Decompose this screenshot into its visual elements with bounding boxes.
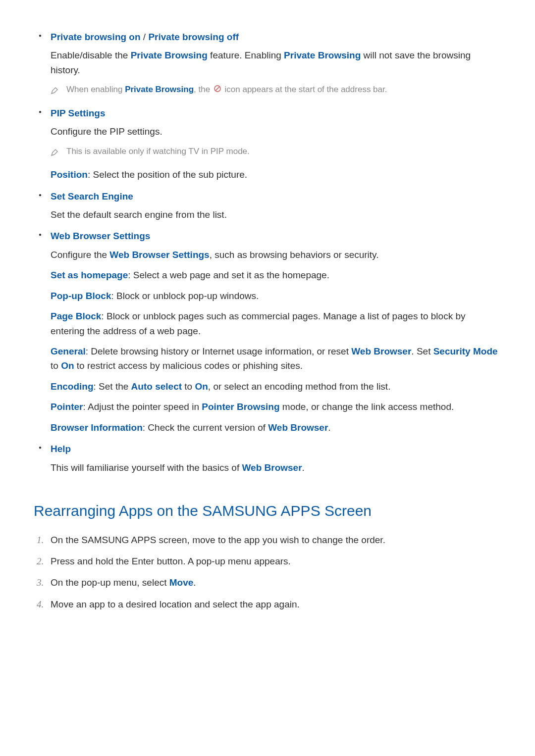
text: to — [51, 360, 61, 371]
label-page-block: Page Block — [51, 311, 101, 321]
term-move: Move — [169, 577, 194, 588]
pencil-icon — [51, 146, 59, 160]
note: When enabling Private Browsing, the icon… — [51, 83, 501, 99]
item-title: Help — [51, 442, 501, 456]
text: to restrict access by malicious codes or… — [74, 360, 303, 371]
label-popup-block: Pop-up Block — [51, 291, 111, 301]
label-set-as-homepage: Set as homepage — [51, 270, 128, 280]
term-private-browsing: Private Browsing — [131, 50, 208, 60]
text: This will familiarise yourself with the … — [51, 462, 242, 473]
note-text: This is available only if watching TV in… — [66, 145, 250, 158]
paragraph: This will familiarise yourself with the … — [51, 460, 501, 475]
step-2: Press and hold the Enter button. A pop-u… — [34, 554, 501, 568]
label-general: General — [51, 346, 86, 356]
item-title: Private browsing on / Private browsing o… — [51, 30, 501, 44]
item-set-search-engine: Set Search Engine Set the default search… — [34, 189, 501, 222]
term-on: On — [195, 381, 208, 392]
text: : Set the — [94, 381, 131, 392]
paragraph: Encoding: Set the Auto select to On, or … — [51, 379, 501, 394]
text: . — [302, 462, 305, 473]
text: : Select a web page and set it as the ho… — [128, 270, 329, 280]
prohibit-icon — [214, 84, 221, 97]
document-page: Private browsing on / Private browsing o… — [0, 0, 535, 756]
text: to — [182, 381, 195, 392]
text: On the SAMSUNG APPS screen, move to the … — [51, 535, 385, 545]
term-pointer-browsing: Pointer Browsing — [202, 402, 279, 412]
label-encoding: Encoding — [51, 381, 94, 392]
item-pip-settings: PIP Settings Configure the PIP settings.… — [34, 106, 501, 182]
note-text: When enabling Private Browsing, the icon… — [66, 83, 387, 97]
paragraph: Configure the PIP settings. — [51, 124, 501, 139]
term-private-browsing: Private Browsing — [284, 50, 361, 60]
item-title: Set Search Engine — [51, 189, 501, 203]
text: . — [193, 577, 196, 588]
text: . — [328, 422, 330, 433]
text: : Delete browsing history or Internet us… — [86, 346, 351, 356]
text: Configure the — [51, 250, 109, 260]
title-off: Private browsing off — [148, 32, 239, 42]
step-3: On the pop-up menu, select Move. — [34, 575, 501, 590]
title: Help — [51, 444, 71, 454]
text: Move an app to a desired location and se… — [51, 599, 300, 609]
paragraph: Position: Select the position of the sub… — [51, 167, 501, 182]
label-pointer: Pointer — [51, 402, 83, 412]
step-1: On the SAMSUNG APPS screen, move to the … — [34, 533, 501, 547]
text: mode, or change the link access method. — [280, 402, 454, 412]
text: : Block or unblock pop-up windows. — [111, 291, 259, 301]
item-body: Set the default search engine from the l… — [51, 207, 501, 222]
label-position: Position — [51, 169, 88, 180]
term-security-mode: Security Mode — [433, 346, 498, 356]
paragraph: Page Block: Block or unblock pages such … — [51, 309, 501, 338]
item-title: PIP Settings — [51, 106, 501, 120]
term-private-browsing: Private Browsing — [125, 85, 194, 94]
text: : Check the current version of — [143, 422, 268, 433]
paragraph: General: Delete browsing history or Inte… — [51, 344, 501, 373]
text: , or select an encoding method from the … — [208, 381, 391, 392]
title-on: Private browsing on — [51, 32, 141, 42]
paragraph: Set the default search engine from the l… — [51, 207, 501, 222]
paragraph: Configure the Web Browser Settings, such… — [51, 248, 501, 262]
title: PIP Settings — [51, 108, 106, 118]
svg-line-1 — [215, 87, 219, 91]
paragraph: Set as homepage: Select a web page and s… — [51, 268, 501, 282]
item-private-browsing: Private browsing on / Private browsing o… — [34, 30, 501, 99]
title-separator: / — [141, 32, 149, 42]
paragraph: Enable/disable the Private Browsing feat… — [51, 48, 501, 77]
item-web-browser-settings: Web Browser Settings Configure the Web B… — [34, 229, 501, 435]
title: Set Search Engine — [51, 191, 133, 202]
item-body: This will familiarise yourself with the … — [51, 460, 501, 475]
text: . Set — [411, 346, 433, 356]
item-title: Web Browser Settings — [51, 229, 501, 243]
item-help: Help This will familiarise yourself with… — [34, 442, 501, 475]
term-web-browser: Web Browser — [242, 462, 302, 473]
paragraph: Pointer: Adjust the pointer speed in Poi… — [51, 400, 501, 414]
text: Enable/disable the — [51, 50, 131, 60]
text: On the pop-up menu, select — [51, 577, 169, 588]
paragraph: Pop-up Block: Block or unblock pop-up wi… — [51, 289, 501, 303]
text: : Select the position of the sub picture… — [88, 169, 247, 180]
step-4: Move an app to a desired location and se… — [34, 597, 501, 611]
term-auto-select: Auto select — [131, 381, 182, 392]
settings-list: Private browsing on / Private browsing o… — [34, 30, 501, 475]
note: This is available only if watching TV in… — [51, 145, 501, 160]
item-body: Configure the PIP settings. This is avai… — [51, 124, 501, 182]
text: feature. Enabling — [208, 50, 284, 60]
term-web-browser-settings: Web Browser Settings — [109, 250, 209, 260]
text: When enabling — [66, 85, 125, 94]
item-body: Configure the Web Browser Settings, such… — [51, 248, 501, 435]
paragraph: Browser Information: Check the current v… — [51, 420, 501, 435]
label-browser-information: Browser Information — [51, 422, 143, 433]
section-heading-rearranging-apps: Rearranging Apps on the SAMSUNG APPS Scr… — [34, 500, 501, 523]
term-on: On — [61, 360, 74, 371]
text: , such as browsing behaviors or security… — [210, 250, 379, 260]
term-web-browser: Web Browser — [268, 422, 328, 433]
steps-list: On the SAMSUNG APPS screen, move to the … — [34, 533, 501, 612]
text: , the — [194, 85, 213, 94]
text: : Adjust the pointer speed in — [83, 402, 202, 412]
text: icon appears at the start of the address… — [222, 85, 387, 94]
item-body: Enable/disable the Private Browsing feat… — [51, 48, 501, 99]
text: : Block or unblock pages such as commerc… — [51, 311, 466, 336]
title: Web Browser Settings — [51, 231, 150, 241]
text: Press and hold the Enter button. A pop-u… — [51, 556, 291, 566]
term-web-browser: Web Browser — [351, 346, 411, 356]
